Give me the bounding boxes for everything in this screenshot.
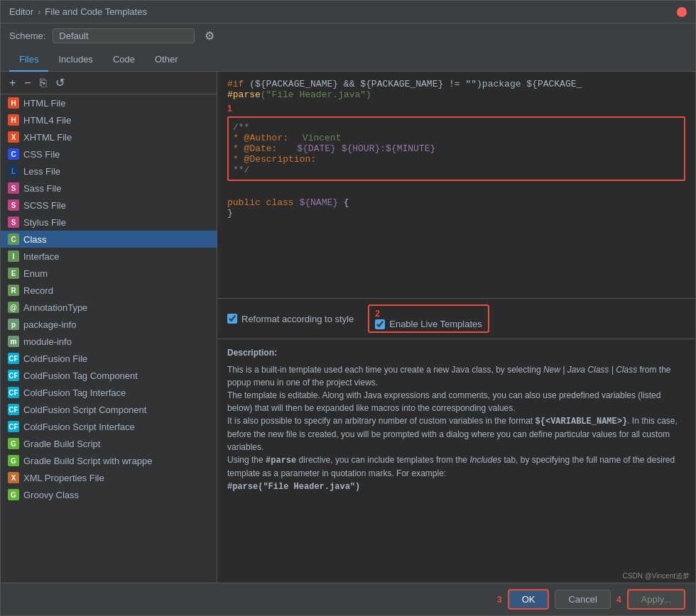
titlebar-controls (677, 7, 687, 17)
cf-tag-component-icon: CF (8, 370, 19, 381)
code-editor[interactable]: #if (${PACKAGE_NAME} && ${PACKAGE_NAME} … (217, 72, 695, 299)
close-button[interactable] (677, 7, 687, 17)
breadcrumb-title: File and Code Templates (45, 6, 147, 17)
remove-button[interactable]: − (21, 75, 33, 91)
list-item-annotation[interactable]: @ AnnotationType (1, 299, 217, 316)
scss-file-icon: S (8, 199, 19, 211)
list-item-cf-script-iface[interactable]: CF ColdFusion Script Interface (1, 418, 217, 435)
html-file-icon: H (8, 97, 19, 109)
list-item-xml-props[interactable]: X XML Properties File (1, 469, 217, 486)
scheme-label: Scheme: (9, 31, 45, 41)
cancel-button[interactable]: Cancel (555, 590, 610, 609)
tab-other[interactable]: Other (145, 48, 188, 72)
list-item-cf-file[interactable]: CF ColdFusion File (1, 350, 217, 367)
ok-button[interactable]: OK (508, 589, 550, 610)
xhtml-file-icon: X (8, 131, 19, 143)
titlebar: Editor › File and Code Templates (1, 1, 695, 23)
stylus-file-icon: S (8, 216, 19, 228)
list-item-cf-tag-iface[interactable]: CF ColdFusion Tag Interface (1, 384, 217, 401)
tab-code[interactable]: Code (103, 48, 145, 72)
live-templates-label-text: Enable Live Templates (389, 319, 482, 329)
list-item[interactable]: L Less File (1, 163, 217, 180)
list-item-label: AnnotationType (23, 302, 87, 313)
description-area: Description: This is a built-in template… (217, 339, 695, 570)
list-item[interactable]: S Stylus File (1, 214, 217, 231)
list-item-label: Gradle Build Script with wrappe (23, 456, 152, 466)
tab-includes[interactable]: Includes (48, 48, 102, 72)
list-item-cf-script-comp[interactable]: CF ColdFusion Script Component (1, 401, 217, 418)
list-item-label: Gradle Build Script (23, 439, 100, 449)
description-title: Description: (227, 346, 685, 359)
code-parse-keyword: #parse (227, 89, 261, 100)
comment-date-label: * @Date: (233, 143, 277, 154)
apply-button[interactable]: Apply... (627, 589, 685, 610)
gradle-icon: G (8, 438, 19, 449)
reformat-checkbox[interactable] (227, 314, 237, 324)
list-item-class[interactable]: C Class (1, 231, 217, 248)
list-item-label: Sass File (23, 183, 61, 194)
list-item[interactable]: H HTML4 File (1, 111, 217, 128)
list-item-label: XML Properties File (23, 473, 104, 483)
list-item-label: Groovy Class (23, 490, 79, 500)
copy-button[interactable]: ⎘ (37, 75, 50, 91)
list-item-interface[interactable]: I Interface (1, 248, 217, 265)
live-templates-checkbox[interactable] (375, 319, 385, 329)
list-item-package-info[interactable]: p package-info (1, 316, 217, 333)
list-item[interactable]: X XHTML File (1, 128, 217, 145)
list-item[interactable]: S Sass File (1, 180, 217, 197)
list-item-label: HTML File (23, 98, 65, 109)
list-item-label: Less File (23, 166, 60, 177)
comment-date-value: ${DATE} ${HOUR}:${MINUTE} (297, 143, 435, 154)
content-area: #if (${PACKAGE_NAME} && ${PACKAGE_NAME} … (217, 72, 695, 583)
package-info-icon: p (8, 319, 19, 330)
list-item-label: HTML4 File (23, 115, 71, 126)
live-templates-checkbox-label[interactable]: Enable Live Templates (375, 319, 482, 329)
add-button[interactable]: + (6, 75, 18, 91)
list-item-label: ColdFusion Tag Interface (23, 387, 126, 398)
code-if-keyword: #if (227, 79, 244, 89)
titlebar-left: Editor › File and Code Templates (9, 6, 147, 17)
breadcrumb-editor: Editor (9, 6, 33, 17)
xml-properties-icon: X (8, 472, 19, 483)
reformat-checkbox-label[interactable]: Reformat according to style (227, 314, 354, 324)
list-item-label: ColdFusion Script Interface (23, 422, 135, 432)
list-item-label: ColdFusion File (23, 353, 87, 364)
groovy-class-icon: G (8, 489, 19, 500)
main-area: + − ⎘ ↺ H HTML File H HTML4 File X XHTML… (1, 72, 695, 583)
list-item-enum[interactable]: E Enum (1, 265, 217, 282)
list-item-cf-tag-comp[interactable]: CF ColdFusion Tag Component (1, 367, 217, 384)
list-item[interactable]: C CSS File (1, 145, 217, 163)
live-templates-container: 2 Enable Live Templates (368, 304, 489, 333)
list-item-gradle-wrapper[interactable]: G Gradle Build Script with wrappe (1, 452, 217, 469)
list-item-label: ColdFusion Script Component (23, 405, 146, 415)
tab-files[interactable]: Files (9, 48, 48, 72)
list-item-groovy-class[interactable]: G Groovy Class (1, 486, 217, 503)
list-item-gradle[interactable]: G Gradle Build Script (1, 435, 217, 452)
cf-tag-interface-icon: CF (8, 387, 19, 398)
module-info-icon: m (8, 336, 19, 347)
code-class-open: { (344, 197, 349, 208)
reset-button[interactable]: ↺ (53, 75, 67, 91)
list-item[interactable]: S SCSS File (1, 197, 217, 214)
sidebar: + − ⎘ ↺ H HTML File H HTML4 File X XHTML… (1, 72, 217, 583)
code-class-name: ${NAME} (299, 197, 338, 208)
css-file-icon: C (8, 148, 19, 160)
gradle-wrapper-icon: G (8, 455, 19, 466)
tabs-bar: Files Includes Code Other (1, 48, 695, 72)
list-item[interactable]: H HTML File (1, 94, 217, 111)
breadcrumb-separator: › (38, 6, 40, 17)
list-item-label: XHTML File (23, 132, 72, 143)
record-icon: R (8, 285, 19, 296)
sidebar-list[interactable]: H HTML File H HTML4 File X XHTML File C … (1, 94, 217, 583)
gear-button[interactable]: ⚙ (202, 28, 217, 44)
cf-script-interface-icon: CF (8, 421, 19, 432)
list-item-record[interactable]: R Record (1, 282, 217, 299)
watermark: CSDN @Vincent追梦 (217, 570, 695, 583)
code-if-condition: (${PACKAGE_NAME} && ${PACKAGE_NAME} != "… (249, 79, 582, 89)
sass-file-icon: S (8, 182, 19, 194)
cf-script-component-icon: CF (8, 404, 19, 415)
list-item-label: Record (23, 285, 53, 296)
list-item-module-info[interactable]: m module-info (1, 333, 217, 350)
list-item-label: Stylus File (23, 217, 66, 228)
scheme-select[interactable]: Default (53, 28, 195, 43)
